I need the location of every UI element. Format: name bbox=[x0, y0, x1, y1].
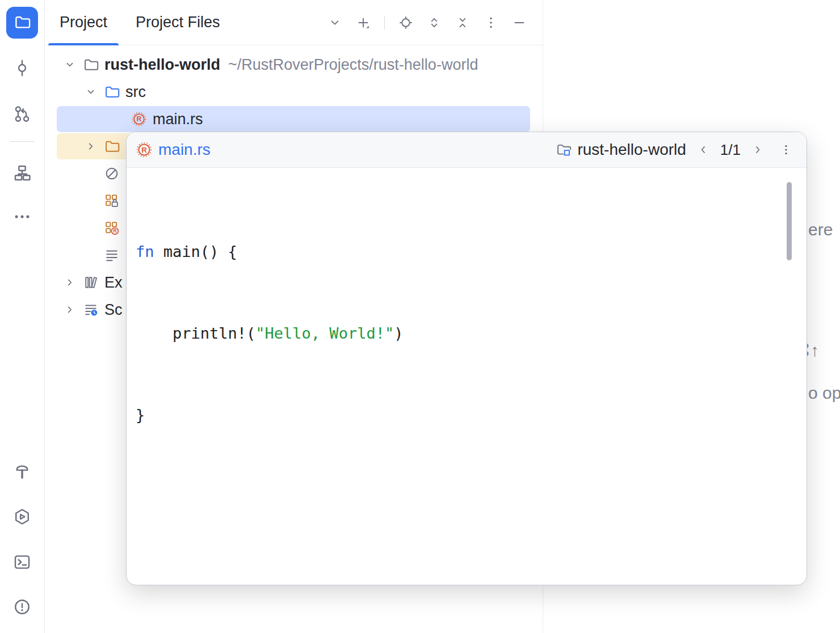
project-panel-toolbar bbox=[327, 0, 543, 45]
more-options-icon[interactable] bbox=[484, 15, 498, 30]
add-icon[interactable] bbox=[356, 15, 371, 30]
string-token: "Hello, World!" bbox=[255, 324, 394, 342]
selection-highlight bbox=[57, 106, 530, 132]
activity-bar bbox=[0, 0, 45, 633]
commit-icon[interactable] bbox=[12, 58, 32, 78]
folder-icon bbox=[83, 57, 99, 73]
editor-hint-fragment: ere bbox=[808, 220, 833, 239]
tree-row-src[interactable]: src bbox=[45, 78, 543, 106]
file-location-icon bbox=[556, 142, 572, 158]
next-chevron-right-icon[interactable] bbox=[751, 143, 765, 157]
code-preview: fn main() { println!("Hello, World!") } bbox=[127, 168, 807, 483]
tree-label-src: src bbox=[125, 83, 146, 101]
tree-label-external-libraries: Ex bbox=[104, 274, 123, 292]
pull-requests-icon[interactable] bbox=[12, 104, 32, 124]
previous-chevron-left-icon[interactable] bbox=[696, 143, 710, 157]
chevron-right-icon[interactable] bbox=[64, 303, 76, 316]
tree-row-main-rs[interactable]: R main.rs bbox=[45, 106, 543, 133]
folder-icon bbox=[14, 14, 31, 32]
tree-label-main-rs: main.rs bbox=[153, 111, 203, 128]
ignored-file-icon bbox=[104, 166, 120, 182]
code-token: println!( bbox=[136, 324, 255, 342]
sources-folder-icon bbox=[104, 84, 120, 100]
scratches-icon bbox=[83, 302, 99, 318]
locate-file-icon[interactable] bbox=[398, 15, 413, 30]
project-panel-header: Project Project Files bbox=[45, 0, 543, 45]
popup-header-controls: rust-hello-world 1/1 bbox=[556, 141, 793, 159]
chevron-right-icon[interactable] bbox=[64, 276, 76, 289]
expand-all-icon[interactable] bbox=[427, 15, 442, 30]
code-line: } bbox=[136, 402, 807, 429]
structure-icon[interactable] bbox=[12, 163, 32, 183]
popup-header: R main.rs rust-hello-world 1/1 bbox=[127, 132, 807, 168]
libraries-icon bbox=[83, 275, 99, 290]
code-token: main() { bbox=[154, 243, 237, 260]
active-tab-underline bbox=[48, 43, 119, 45]
popup-location-label: rust-hello-world bbox=[577, 141, 686, 159]
svg-text:R: R bbox=[137, 115, 142, 123]
tree-root-path: ~/RustRoverProjects/rust-hello-world bbox=[228, 56, 478, 74]
view-options-chevron-down-icon[interactable] bbox=[327, 15, 342, 30]
rust-file-icon: R bbox=[136, 141, 153, 158]
activity-bar-divider bbox=[10, 141, 35, 142]
chevron-down-icon[interactable] bbox=[64, 58, 76, 71]
popup-file-name[interactable]: main.rs bbox=[158, 141, 211, 159]
cargo-lock-file-icon bbox=[104, 193, 120, 209]
tree-row-root-folder[interactable]: rust-hello-world ~/RustRoverProjects/rus… bbox=[45, 51, 543, 78]
tab-project[interactable]: Project bbox=[48, 0, 119, 45]
run-icon[interactable] bbox=[12, 507, 32, 526]
code-token: ) bbox=[394, 324, 403, 342]
project-tool-button[interactable] bbox=[6, 7, 38, 39]
tree-label-root: rust-hello-world bbox=[104, 56, 220, 74]
problems-icon[interactable] bbox=[12, 597, 32, 617]
toolbar-separator bbox=[384, 16, 385, 29]
text-file-icon bbox=[104, 247, 120, 263]
tab-project-files[interactable]: Project Files bbox=[124, 0, 232, 45]
svg-text:R: R bbox=[113, 229, 116, 234]
code-line: println!("Hello, World!") bbox=[136, 320, 807, 347]
cargo-toml-file-icon: R bbox=[104, 220, 120, 236]
popup-menu-kebab-icon[interactable] bbox=[779, 143, 793, 157]
code-token: } bbox=[136, 406, 145, 424]
hide-panel-icon[interactable] bbox=[512, 15, 527, 30]
tab-project-files-label: Project Files bbox=[136, 14, 220, 31]
more-tool-windows-icon[interactable] bbox=[12, 207, 32, 226]
editor-hint-fragment: o open bbox=[808, 383, 840, 403]
quick-definition-popup: R main.rs rust-hello-world 1/1 fn main()… bbox=[126, 132, 807, 585]
terminal-icon[interactable] bbox=[12, 552, 32, 572]
rust-file-icon: R bbox=[131, 111, 147, 127]
chevron-right-icon[interactable] bbox=[85, 140, 97, 153]
tree-label-scratches: Sc bbox=[104, 301, 123, 319]
chevron-down-icon[interactable] bbox=[85, 86, 97, 98]
excluded-folder-icon bbox=[104, 138, 120, 154]
keyword-token: fn bbox=[136, 243, 154, 260]
svg-text:R: R bbox=[141, 146, 147, 154]
collapse-all-icon[interactable] bbox=[455, 15, 470, 30]
popup-counter: 1/1 bbox=[720, 141, 741, 159]
tab-project-label: Project bbox=[60, 14, 107, 31]
scrollbar-thumb[interactable] bbox=[787, 182, 792, 260]
code-line: fn main() { bbox=[136, 238, 807, 265]
build-icon[interactable] bbox=[12, 462, 32, 481]
